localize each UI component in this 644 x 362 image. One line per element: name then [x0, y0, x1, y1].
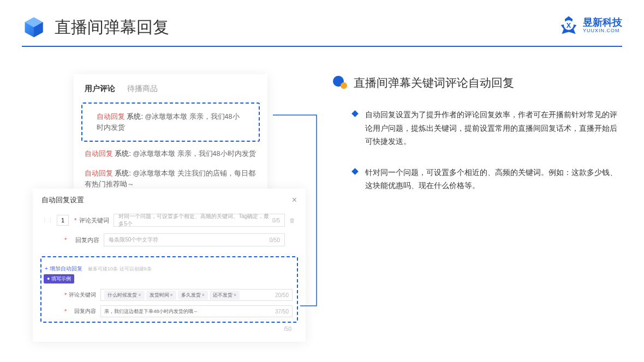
close-icon[interactable]: × [292, 195, 297, 205]
svg-text:X: X [567, 22, 571, 29]
highlighted-comment: 自动回复 系统: @冰墩墩本墩 亲亲，我们48小时内发货 [81, 102, 260, 142]
point-text: 自动回复设置为了提升作者的评论回复效率，作者可在开播前针对常见的评论用户问题，提… [365, 108, 622, 148]
logo-text-en: YUUXIN.COM [583, 28, 622, 33]
section-bullet-icon [333, 76, 347, 90]
reply-input[interactable]: 每条限50个中文字符 0/50 [104, 233, 285, 246]
modal-title: 自动回复设置 [41, 195, 84, 205]
section-title: 直播间弹幕关键词评论自动回复 [354, 75, 514, 90]
diamond-bullet-icon [351, 110, 359, 117]
diamond-bullet-icon [351, 168, 359, 175]
tag-chip[interactable]: 多久发货 [178, 291, 208, 300]
cube-icon [22, 15, 46, 39]
comments-panel: 用户评论 待播商品 自动回复 系统: @冰墩墩本墩 亲亲，我们48小时内发货 自… [74, 74, 267, 207]
tab-pending-goods[interactable]: 待播商品 [127, 84, 158, 94]
reply-label: 回复内容 [69, 236, 99, 244]
example-badge: ● 填写示例 [44, 274, 74, 283]
auto-reply-tag: 自动回复 [97, 113, 125, 120]
tag-chip[interactable]: 发货时间 [146, 291, 176, 300]
keyword-label: 评论关键词 [79, 216, 109, 225]
index-box: 1 [57, 215, 69, 226]
comment-row: 自动回复 系统: @冰墩墩本墩 亲亲，我们48小时内发货 [74, 144, 267, 164]
tag-chip[interactable]: 还不发货 [210, 291, 240, 300]
example-keyword-input[interactable]: 什么时候发货发货时间多久发货还不发货 20/50 [100, 289, 293, 301]
trash-icon[interactable]: 🗑 [289, 217, 297, 224]
point-text: 针对同一个问题，可设置多个相近的、高频的关键词。例如：这款多少钱、这块能优惠吗、… [365, 166, 622, 192]
settings-modal: 自动回复设置 × ⋮⋮ 1 * 评论关键词 对同一个问题，可设置多个相近、高频的… [33, 189, 306, 342]
example-box: + 增加自动回复 最多可建10条 还可以创建9条 ● 填写示例 * 评论关键词 … [40, 256, 298, 323]
page-title: 直播间弹幕回复 [55, 16, 169, 39]
logo-text-cn: 昱新科技 [583, 17, 622, 27]
example-reply-input[interactable]: 亲，我们这边都是下单48小时内发货的哦～ 37/50 [100, 305, 293, 317]
add-reply-link[interactable]: + 增加自动回复 [45, 266, 82, 272]
brand-logo: X 昱新科技 YUUXIN.COM [559, 15, 622, 35]
keyword-input[interactable]: 对同一个问题，可设置多个相近、高频的关键词。Tag确定，最多5个 0/5 [114, 214, 285, 227]
tag-chip[interactable]: 什么时候发货 [104, 291, 144, 300]
drag-handle-icon[interactable]: ⋮⋮ [41, 217, 53, 224]
tab-user-comments[interactable]: 用户评论 [85, 84, 115, 94]
